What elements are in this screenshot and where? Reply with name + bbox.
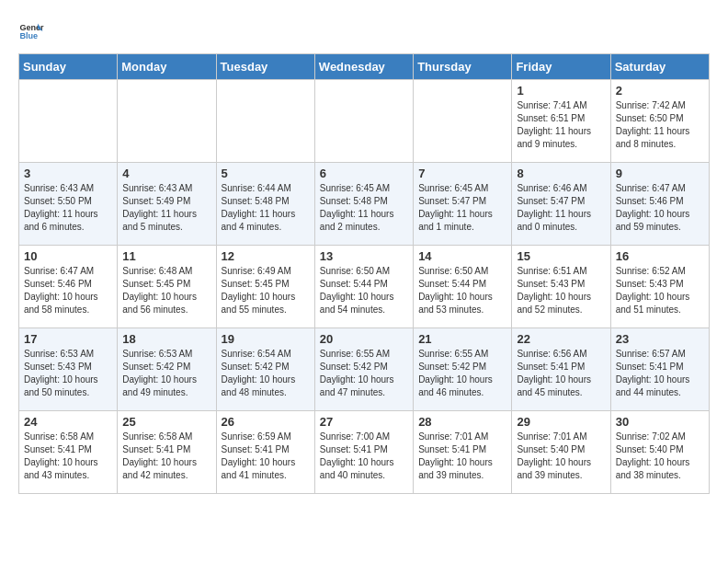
day-number: 19 bbox=[222, 332, 310, 346]
calendar-week-row: 24Sunrise: 6:58 AM Sunset: 5:41 PM Dayli… bbox=[19, 411, 710, 494]
day-info: Sunrise: 6:49 AM Sunset: 5:45 PM Dayligh… bbox=[222, 265, 310, 316]
calendar-cell: 26Sunrise: 6:59 AM Sunset: 5:41 PM Dayli… bbox=[216, 411, 314, 494]
day-info: Sunrise: 6:52 AM Sunset: 5:43 PM Dayligh… bbox=[616, 265, 704, 316]
calendar-cell: 14Sunrise: 6:50 AM Sunset: 5:44 PM Dayli… bbox=[414, 246, 512, 328]
calendar-cell: 8Sunrise: 6:46 AM Sunset: 5:47 PM Daylig… bbox=[512, 163, 610, 246]
day-number: 3 bbox=[24, 167, 112, 180]
day-number: 23 bbox=[616, 332, 704, 346]
day-number: 11 bbox=[122, 249, 210, 263]
calendar-cell: 27Sunrise: 7:00 AM Sunset: 5:41 PM Dayli… bbox=[314, 411, 413, 494]
day-info: Sunrise: 6:59 AM Sunset: 5:41 PM Dayligh… bbox=[222, 431, 310, 482]
day-info: Sunrise: 7:01 AM Sunset: 5:41 PM Dayligh… bbox=[418, 431, 506, 482]
calendar-cell: 7Sunrise: 6:45 AM Sunset: 5:47 PM Daylig… bbox=[414, 163, 512, 246]
calendar-cell: 15Sunrise: 6:51 AM Sunset: 5:43 PM Dayli… bbox=[512, 246, 610, 328]
day-number: 15 bbox=[517, 249, 605, 263]
calendar-cell: 30Sunrise: 7:02 AM Sunset: 5:40 PM Dayli… bbox=[610, 411, 709, 494]
calendar-cell bbox=[314, 80, 413, 163]
calendar-cell bbox=[216, 80, 314, 163]
day-number: 29 bbox=[517, 415, 605, 429]
calendar-cell: 12Sunrise: 6:49 AM Sunset: 5:45 PM Dayli… bbox=[216, 246, 314, 328]
calendar-cell: 6Sunrise: 6:45 AM Sunset: 5:48 PM Daylig… bbox=[314, 163, 413, 246]
day-number: 14 bbox=[418, 249, 506, 263]
day-info: Sunrise: 6:46 AM Sunset: 5:47 PM Dayligh… bbox=[517, 182, 605, 234]
day-info: Sunrise: 6:57 AM Sunset: 5:41 PM Dayligh… bbox=[616, 348, 704, 399]
svg-text:Blue: Blue bbox=[19, 31, 38, 40]
day-info: Sunrise: 6:47 AM Sunset: 5:46 PM Dayligh… bbox=[24, 265, 112, 316]
day-info: Sunrise: 7:41 AM Sunset: 6:51 PM Dayligh… bbox=[517, 99, 605, 151]
calendar-cell: 29Sunrise: 7:01 AM Sunset: 5:40 PM Dayli… bbox=[512, 411, 610, 494]
calendar-cell: 22Sunrise: 6:56 AM Sunset: 5:41 PM Dayli… bbox=[512, 328, 610, 411]
day-number: 20 bbox=[320, 332, 408, 346]
day-number: 17 bbox=[24, 332, 112, 346]
day-number: 27 bbox=[320, 415, 408, 429]
day-info: Sunrise: 6:53 AM Sunset: 5:43 PM Dayligh… bbox=[24, 348, 112, 399]
day-info: Sunrise: 6:45 AM Sunset: 5:48 PM Dayligh… bbox=[320, 182, 408, 234]
day-number: 7 bbox=[418, 167, 506, 180]
calendar-cell bbox=[118, 80, 216, 163]
day-number: 18 bbox=[122, 332, 210, 346]
day-number: 16 bbox=[616, 249, 704, 263]
day-info: Sunrise: 7:02 AM Sunset: 5:40 PM Dayligh… bbox=[616, 431, 704, 482]
weekday-header: Tuesday bbox=[216, 54, 314, 80]
header: General Blue bbox=[18, 18, 710, 44]
day-number: 6 bbox=[320, 167, 408, 180]
day-number: 22 bbox=[517, 332, 605, 346]
day-info: Sunrise: 6:50 AM Sunset: 5:44 PM Dayligh… bbox=[418, 265, 506, 316]
day-info: Sunrise: 6:54 AM Sunset: 5:42 PM Dayligh… bbox=[222, 348, 310, 399]
calendar-cell: 5Sunrise: 6:44 AM Sunset: 5:48 PM Daylig… bbox=[216, 163, 314, 246]
header-row: SundayMondayTuesdayWednesdayThursdayFrid… bbox=[19, 54, 710, 80]
logo-icon: General Blue bbox=[18, 18, 44, 44]
day-info: Sunrise: 6:45 AM Sunset: 5:47 PM Dayligh… bbox=[418, 182, 506, 234]
day-info: Sunrise: 6:50 AM Sunset: 5:44 PM Dayligh… bbox=[320, 265, 408, 316]
day-number: 8 bbox=[517, 167, 605, 180]
calendar-week-row: 1Sunrise: 7:41 AM Sunset: 6:51 PM Daylig… bbox=[19, 80, 710, 163]
day-number: 24 bbox=[24, 415, 112, 429]
calendar-cell: 1Sunrise: 7:41 AM Sunset: 6:51 PM Daylig… bbox=[512, 80, 610, 163]
day-number: 25 bbox=[122, 415, 210, 429]
day-number: 28 bbox=[418, 415, 506, 429]
day-info: Sunrise: 6:55 AM Sunset: 5:42 PM Dayligh… bbox=[320, 348, 408, 399]
day-info: Sunrise: 6:47 AM Sunset: 5:46 PM Dayligh… bbox=[616, 182, 704, 234]
day-number: 21 bbox=[418, 332, 506, 346]
calendar-cell: 18Sunrise: 6:53 AM Sunset: 5:42 PM Dayli… bbox=[118, 328, 216, 411]
calendar-cell: 10Sunrise: 6:47 AM Sunset: 5:46 PM Dayli… bbox=[19, 246, 118, 328]
day-info: Sunrise: 6:56 AM Sunset: 5:41 PM Dayligh… bbox=[517, 348, 605, 399]
calendar-cell: 20Sunrise: 6:55 AM Sunset: 5:42 PM Dayli… bbox=[314, 328, 413, 411]
calendar-body: 1Sunrise: 7:41 AM Sunset: 6:51 PM Daylig… bbox=[19, 80, 710, 494]
day-info: Sunrise: 7:42 AM Sunset: 6:50 PM Dayligh… bbox=[616, 99, 704, 151]
day-number: 12 bbox=[222, 249, 310, 263]
calendar-cell: 28Sunrise: 7:01 AM Sunset: 5:41 PM Dayli… bbox=[414, 411, 512, 494]
calendar-cell: 11Sunrise: 6:48 AM Sunset: 5:45 PM Dayli… bbox=[118, 246, 216, 328]
weekday-header: Thursday bbox=[414, 54, 512, 80]
calendar-cell: 9Sunrise: 6:47 AM Sunset: 5:46 PM Daylig… bbox=[610, 163, 709, 246]
day-number: 2 bbox=[616, 84, 704, 98]
day-info: Sunrise: 6:53 AM Sunset: 5:42 PM Dayligh… bbox=[122, 348, 210, 399]
weekday-header: Wednesday bbox=[314, 54, 413, 80]
day-number: 26 bbox=[222, 415, 310, 429]
calendar-cell: 24Sunrise: 6:58 AM Sunset: 5:41 PM Dayli… bbox=[19, 411, 118, 494]
calendar-cell bbox=[414, 80, 512, 163]
calendar-header: SundayMondayTuesdayWednesdayThursdayFrid… bbox=[19, 54, 710, 80]
logo: General Blue bbox=[18, 18, 44, 44]
day-number: 9 bbox=[616, 167, 704, 180]
day-info: Sunrise: 7:01 AM Sunset: 5:40 PM Dayligh… bbox=[517, 431, 605, 482]
calendar-cell: 23Sunrise: 6:57 AM Sunset: 5:41 PM Dayli… bbox=[610, 328, 709, 411]
day-number: 5 bbox=[222, 167, 310, 180]
calendar-cell: 2Sunrise: 7:42 AM Sunset: 6:50 PM Daylig… bbox=[610, 80, 709, 163]
weekday-header: Monday bbox=[118, 54, 216, 80]
day-number: 13 bbox=[320, 249, 408, 263]
calendar-cell: 25Sunrise: 6:58 AM Sunset: 5:41 PM Dayli… bbox=[118, 411, 216, 494]
calendar-cell: 13Sunrise: 6:50 AM Sunset: 5:44 PM Dayli… bbox=[314, 246, 413, 328]
weekday-header: Saturday bbox=[610, 54, 709, 80]
day-info: Sunrise: 7:00 AM Sunset: 5:41 PM Dayligh… bbox=[320, 431, 408, 482]
calendar-cell: 21Sunrise: 6:55 AM Sunset: 5:42 PM Dayli… bbox=[414, 328, 512, 411]
calendar-week-row: 17Sunrise: 6:53 AM Sunset: 5:43 PM Dayli… bbox=[19, 328, 710, 411]
day-number: 10 bbox=[24, 249, 112, 263]
calendar-cell: 16Sunrise: 6:52 AM Sunset: 5:43 PM Dayli… bbox=[610, 246, 709, 328]
day-info: Sunrise: 6:51 AM Sunset: 5:43 PM Dayligh… bbox=[517, 265, 605, 316]
calendar-cell: 4Sunrise: 6:43 AM Sunset: 5:49 PM Daylig… bbox=[118, 163, 216, 246]
calendar-cell: 17Sunrise: 6:53 AM Sunset: 5:43 PM Dayli… bbox=[19, 328, 118, 411]
day-info: Sunrise: 6:55 AM Sunset: 5:42 PM Dayligh… bbox=[418, 348, 506, 399]
day-number: 30 bbox=[616, 415, 704, 429]
calendar-week-row: 10Sunrise: 6:47 AM Sunset: 5:46 PM Dayli… bbox=[19, 246, 710, 328]
